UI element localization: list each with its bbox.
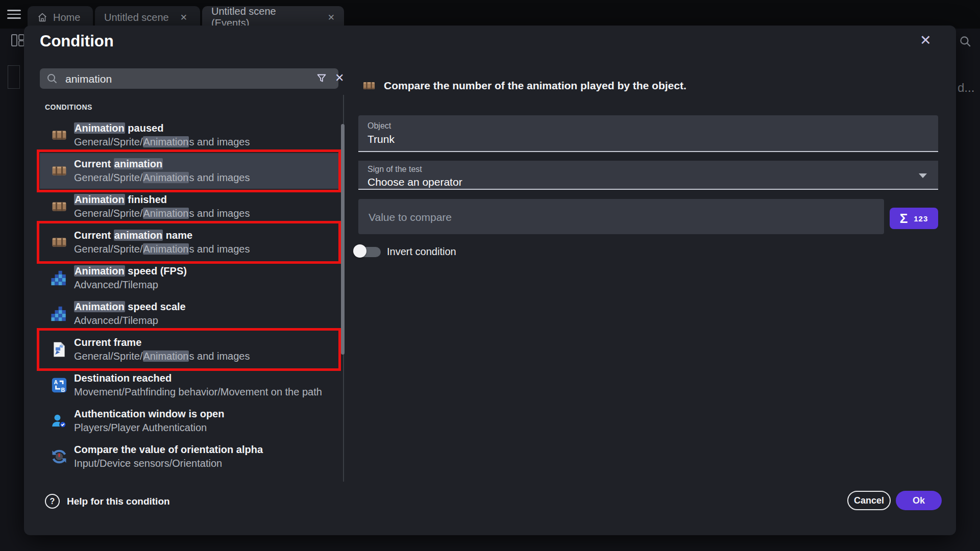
conditions-list-viewport: CONDITIONS Animation pausedGeneral/Sprit… bbox=[24, 95, 361, 482]
condition-path: General/Sprite/Animations and images bbox=[74, 242, 250, 256]
toggle-knob bbox=[353, 244, 366, 258]
hamburger-menu-icon[interactable] bbox=[7, 10, 21, 19]
condition-text: Animation speed (FPS)Advanced/Tilemap bbox=[74, 264, 187, 292]
orientation-icon bbox=[51, 448, 68, 465]
clear-search-icon[interactable]: ✕ bbox=[335, 71, 344, 85]
ok-button[interactable]: Ok bbox=[896, 491, 942, 510]
scene-object-outline bbox=[8, 65, 20, 89]
condition-item[interactable]: Current frameGeneral/Sprite/Animations a… bbox=[40, 332, 338, 367]
value-field[interactable] bbox=[358, 199, 884, 234]
close-icon[interactable]: ✕ bbox=[328, 12, 335, 23]
field-value: Trunk bbox=[368, 133, 938, 145]
film-reel-icon bbox=[51, 162, 68, 180]
condition-path: Input/Device sensors/Orientation bbox=[74, 457, 263, 470]
search-icon[interactable] bbox=[959, 35, 972, 48]
condition-item[interactable]: Animation speed (FPS)Advanced/Tilemap bbox=[40, 260, 338, 296]
condition-item[interactable]: ABDestination reachedMovement/Pathfindin… bbox=[40, 367, 338, 403]
condition-path: General/Sprite/Animations and images bbox=[74, 171, 250, 185]
condition-text: Current animationGeneral/Sprite/Animatio… bbox=[74, 157, 250, 185]
dialog-title: Condition bbox=[40, 32, 114, 51]
film-reel-icon bbox=[361, 79, 377, 93]
condition-item[interactable]: Compare the value of orientation alphaIn… bbox=[40, 439, 338, 474]
cancel-button[interactable]: Cancel bbox=[847, 491, 891, 510]
question-icon: ? bbox=[45, 494, 60, 509]
close-icon[interactable]: ✕ bbox=[920, 34, 932, 47]
field-label: Object bbox=[368, 121, 938, 131]
scrollbar-thumb[interactable] bbox=[341, 124, 345, 355]
help-link[interactable]: ? Help for this condition bbox=[45, 494, 170, 509]
screen: Home Untitled scene ✕ Untitled scene (Ev… bbox=[0, 0, 980, 551]
tab-label: Home bbox=[53, 12, 80, 23]
tab-label: Untitled scene bbox=[104, 12, 169, 23]
value-input[interactable] bbox=[368, 199, 870, 235]
player-auth-icon bbox=[51, 412, 68, 430]
numbers-icon: 123 bbox=[914, 214, 928, 223]
condition-text: Destination reachedMovement/Pathfinding … bbox=[74, 371, 322, 399]
condition-path: General/Sprite/Animations and images bbox=[74, 349, 250, 363]
film-reel-icon bbox=[51, 127, 68, 144]
search-input[interactable] bbox=[64, 68, 286, 90]
invert-condition-label: Invert condition bbox=[387, 245, 456, 258]
svg-text:B: B bbox=[61, 387, 65, 393]
condition-text: Animation finishedGeneral/Sprite/Animati… bbox=[74, 193, 250, 220]
condition-title: Animation paused bbox=[74, 121, 250, 135]
condition-path: Players/Player Authentication bbox=[74, 421, 224, 435]
sigma-icon: Σ bbox=[900, 212, 908, 225]
condition-title: Current animation name bbox=[74, 229, 250, 242]
panels-icon[interactable] bbox=[11, 34, 24, 47]
list-section-header: CONDITIONS bbox=[45, 103, 361, 114]
home-icon bbox=[37, 12, 48, 23]
condition-item[interactable]: Animation pausedGeneral/Sprite/Animation… bbox=[40, 117, 338, 153]
chevron-down-icon bbox=[919, 173, 927, 178]
condition-path: Movement/Pathfinding behavior/Movement o… bbox=[74, 385, 322, 399]
tilemap-icon bbox=[51, 305, 68, 322]
condition-item[interactable]: Current animation nameGeneral/Sprite/Ani… bbox=[40, 224, 338, 260]
field-label: Sign of the test bbox=[368, 165, 938, 174]
object-field[interactable]: Object Trunk bbox=[358, 115, 938, 152]
condition-dialog: Condition ✕ ✕ CONDITIONS Animation pause… bbox=[24, 26, 956, 535]
invert-condition-toggle[interactable] bbox=[353, 244, 386, 258]
condition-search[interactable]: ✕ bbox=[40, 68, 338, 89]
tilemap-icon bbox=[51, 269, 68, 287]
condition-title: Current animation bbox=[74, 157, 250, 171]
condition-title: Animation finished bbox=[74, 193, 250, 207]
condition-path: Advanced/Tilemap bbox=[74, 314, 186, 328]
condition-text: Current frameGeneral/Sprite/Animations a… bbox=[74, 336, 250, 363]
film-reel-icon bbox=[51, 234, 68, 251]
operator-select[interactable]: Sign of the test Choose an operator bbox=[358, 161, 938, 190]
pathfinding-icon: AB bbox=[51, 377, 68, 394]
condition-title: Compare the value of orientation alpha bbox=[74, 443, 263, 457]
condition-text: Authentication window is openPlayers/Pla… bbox=[74, 407, 224, 435]
condition-text: Current animation nameGeneral/Sprite/Ani… bbox=[74, 229, 250, 256]
condition-text: Animation speed scaleAdvanced/Tilemap bbox=[74, 300, 186, 328]
help-label: Help for this condition bbox=[67, 496, 170, 507]
condition-path: Advanced/Tilemap bbox=[74, 278, 187, 292]
close-icon[interactable]: ✕ bbox=[180, 12, 187, 23]
field-value: Choose an operator bbox=[368, 176, 938, 188]
truncated-label: d... bbox=[958, 81, 974, 95]
condition-title: Current frame bbox=[74, 336, 250, 349]
condition-item[interactable]: Animation speed scaleAdvanced/Tilemap bbox=[40, 296, 338, 332]
condition-item[interactable]: Authentication window is openPlayers/Pla… bbox=[40, 403, 338, 439]
conditions-list: Animation pausedGeneral/Sprite/Animation… bbox=[24, 117, 361, 474]
search-icon bbox=[46, 72, 58, 85]
filter-icon[interactable] bbox=[315, 72, 328, 85]
condition-text: Compare the value of orientation alphaIn… bbox=[74, 443, 263, 470]
svg-text:A: A bbox=[54, 379, 58, 385]
condition-path: General/Sprite/Animations and images bbox=[74, 207, 250, 220]
condition-text: Animation pausedGeneral/Sprite/Animation… bbox=[74, 121, 250, 149]
film-reel-icon bbox=[51, 198, 68, 215]
condition-item[interactable]: Animation finishedGeneral/Sprite/Animati… bbox=[40, 189, 338, 224]
condition-title: Animation speed scale bbox=[74, 300, 186, 314]
app-topbar: Home Untitled scene ✕ Untitled scene (Ev… bbox=[0, 0, 980, 29]
condition-title: Animation speed (FPS) bbox=[74, 264, 187, 278]
condition-description: Compare the number of the animation play… bbox=[384, 80, 687, 92]
condition-path: General/Sprite/Animations and images bbox=[74, 135, 250, 149]
expression-editor-button[interactable]: Σ 123 bbox=[890, 208, 938, 229]
condition-title: Destination reached bbox=[74, 371, 322, 385]
condition-title: Authentication window is open bbox=[74, 407, 224, 421]
condition-item[interactable]: Current animationGeneral/Sprite/Animatio… bbox=[40, 153, 338, 189]
frame-icon bbox=[51, 341, 68, 358]
